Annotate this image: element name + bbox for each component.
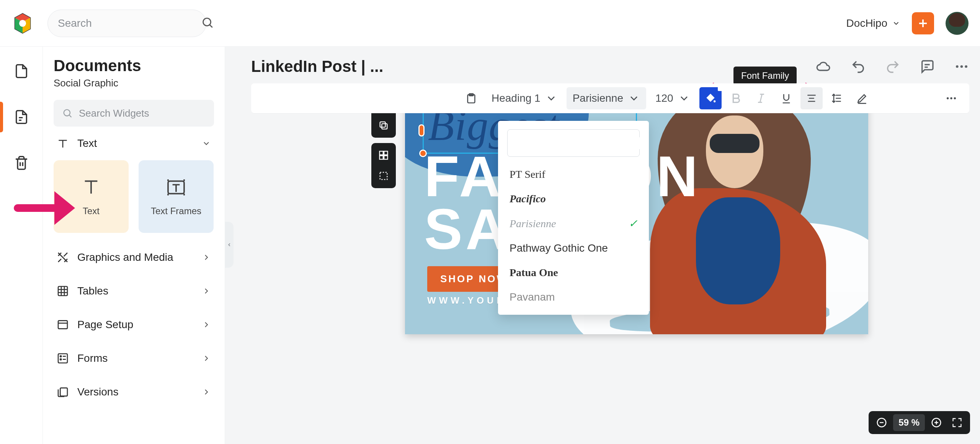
section-graphics[interactable]: Graphics and Media [54,241,214,274]
svg-point-2 [64,110,70,116]
fullscreen-button[interactable] [948,413,966,432]
font-family-select[interactable]: Parisienne [567,87,646,109]
text-stroke-button[interactable] [851,87,873,109]
document-title[interactable]: LinkedIn Post | ... [251,57,383,76]
svg-rect-4 [58,286,67,296]
text-fill-button[interactable] [699,87,722,109]
more-button[interactable] [954,59,969,74]
svg-rect-6 [58,354,67,363]
chevron-down-icon [202,139,211,148]
chevron-down-icon [545,92,557,104]
resize-handle[interactable] [418,124,425,137]
more-horizontal-icon [954,59,969,74]
heading-select[interactable]: Heading 1 [485,87,564,109]
clipboard-icon [465,92,477,104]
comments-button[interactable] [920,59,935,74]
italic-button[interactable] [750,87,772,109]
workspace-select[interactable]: DocHipo [846,17,900,29]
section-text[interactable]: Text [54,127,214,160]
chevron-down-icon [628,92,640,104]
align-center-icon [805,92,818,104]
svg-rect-23 [380,156,383,159]
text-icon [57,137,69,150]
section-tables[interactable]: Tables [54,274,214,308]
layout-grid-button[interactable] [374,146,393,164]
section-versions-label: Versions [77,386,118,398]
chevron-right-icon [202,354,211,363]
text-toolbar: Heading 1 Parisienne 120 [251,83,969,113]
create-button[interactable] [912,12,934,34]
toolbar-more-button[interactable] [940,87,962,109]
widget-card-text-frames[interactable]: Text Frames [139,160,214,233]
undo-icon [851,59,866,74]
zoom-value[interactable]: 59 % [893,414,925,431]
duplicate-button[interactable] [374,116,393,135]
rail-widgets[interactable] [11,106,32,128]
line-spacing-button[interactable] [826,87,848,109]
redo-button[interactable] [885,59,900,74]
font-option-patua[interactable]: Patua One [507,260,640,285]
font-search[interactable] [507,129,640,157]
zoom-out-button[interactable] [872,413,891,432]
font-search-input[interactable] [520,137,644,149]
annotation-pointer [14,191,75,225]
text-icon [80,177,102,198]
svg-rect-25 [380,172,387,180]
section-forms[interactable]: Forms [54,342,214,375]
svg-point-8 [60,359,61,360]
font-family-label: Parisienne [573,92,623,104]
font-option-pavanam[interactable]: Pavanam [507,285,640,309]
zoom-in-icon [931,417,942,428]
section-versions[interactable]: Versions [54,375,214,409]
font-option-parisienne[interactable]: Parisienne✓ [507,211,640,236]
copy-icon [378,120,389,131]
line-spacing-icon [831,92,843,104]
global-search[interactable] [47,10,206,37]
clipboard-button[interactable] [460,87,482,109]
svg-point-15 [714,100,715,102]
underline-button[interactable] [775,87,797,109]
svg-point-12 [965,65,967,68]
widget-search-input[interactable] [79,107,206,119]
user-avatar[interactable] [946,12,969,35]
comment-icon [920,59,935,74]
nav-rail [0,47,43,444]
font-option-pacifico[interactable]: Pacifico [507,187,640,211]
bold-icon [730,92,742,104]
font-size-select[interactable]: 120 [649,87,696,109]
svg-rect-5 [58,320,67,329]
more-horizontal-icon [945,92,957,104]
heading-select-label: Heading 1 [492,92,541,104]
search-icon[interactable] [201,16,214,31]
section-graphics-label: Graphics and Media [77,251,173,263]
widget-search[interactable] [54,100,214,127]
bold-button[interactable] [725,87,747,109]
page-icon [14,109,29,125]
zoom-out-icon [876,417,887,428]
zoom-in-button[interactable] [927,413,946,432]
chevron-down-icon [892,19,900,28]
rail-documents[interactable] [11,60,32,82]
svg-rect-20 [380,122,385,127]
svg-rect-9 [60,388,67,396]
grid-icon [378,150,389,161]
text-frame-icon [165,177,187,198]
cloud-sync-button[interactable] [816,59,831,74]
highlighter-icon [856,92,868,104]
font-option-pt-serif[interactable]: PT Serif [507,162,640,187]
font-option-pathway[interactable]: Pathway Gothic One [507,236,640,260]
undo-button[interactable] [851,59,866,74]
resize-handle[interactable] [419,150,427,157]
section-page-setup[interactable]: Page Setup [54,308,214,342]
svg-point-7 [60,356,61,357]
section-page-setup-label: Page Setup [77,319,133,331]
italic-icon [755,92,767,104]
rail-trash[interactable] [11,152,32,174]
chevron-right-icon [202,286,211,296]
app-logo[interactable] [11,12,34,34]
resize-canvas-button[interactable] [374,167,393,185]
search-icon [62,108,73,119]
search-input[interactable] [58,17,195,29]
align-center-button[interactable] [800,87,823,109]
chevron-down-icon [678,92,690,104]
